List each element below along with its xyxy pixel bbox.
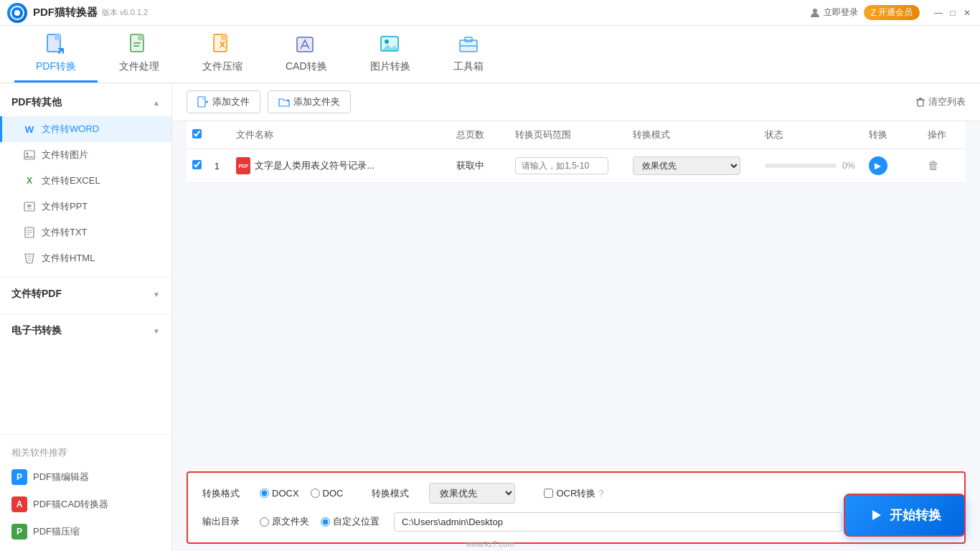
ocr-option[interactable]: OCR转换 ? <box>544 487 603 500</box>
tab-image-convert[interactable]: 图片转换 <box>349 26 432 83</box>
format-doc-option[interactable]: DOC <box>311 488 344 499</box>
select-all-checkbox[interactable] <box>192 129 202 138</box>
sidebar-item-to-image[interactable]: 文件转图片 <box>0 142 171 168</box>
sidebar-section-file-to-pdf: 文件转PDF ▼ <box>0 281 171 308</box>
tab-file-compress[interactable]: 文件压缩 <box>181 26 264 83</box>
play-icon <box>868 507 884 523</box>
sidebar-item-to-word[interactable]: W 文件转WORD <box>0 116 171 142</box>
app-name: PDF猫转换器 <box>33 6 98 19</box>
ocr-help-icon: ? <box>598 488 603 499</box>
row-num-cell: 1 <box>209 149 231 183</box>
add-folder-button[interactable]: 添加文件夹 <box>268 90 351 113</box>
sidebar-section-pdf-to-other-label: PDF转其他 <box>11 96 62 109</box>
sidebar-divider-2 <box>0 314 171 314</box>
tab-toolbox-icon <box>456 32 481 57</box>
html-icon <box>23 252 36 265</box>
col-header-num <box>209 121 231 149</box>
format-doc-radio[interactable] <box>311 489 320 498</box>
output-radio-group: 原文件夹 自定义位置 <box>260 515 380 528</box>
sidebar-recommend-label: 相关软件推荐 <box>0 438 171 463</box>
mode-label: 转换模式 <box>372 487 415 500</box>
tab-cad-convert-icon <box>293 32 319 57</box>
output-row: 输出目录 原文件夹 自定义位置 <box>202 511 950 532</box>
tab-toolbox[interactable]: 工具箱 <box>432 26 505 83</box>
output-original-radio[interactable] <box>260 517 269 527</box>
svg-rect-10 <box>221 34 227 40</box>
titlebar-right: 立即登录 Z 开通会员 — □ ✕ <box>809 5 973 20</box>
sidebar-section-file-to-pdf-header[interactable]: 文件转PDF ▼ <box>0 281 171 308</box>
output-path-input[interactable] <box>394 512 842 532</box>
sidebar-item-to-ppt[interactable]: 文件转PPT <box>0 194 171 220</box>
sidebar-item-to-html[interactable]: 文件转HTML <box>0 245 171 271</box>
output-custom-radio[interactable] <box>321 517 330 527</box>
main-layout: PDF转其他 ▲ W 文件转WORD 文件转图片 X 文件转EXCEL <box>0 83 980 551</box>
sidebar-recommend-pdf-editor[interactable]: P PDF猫编辑器 <box>0 463 171 491</box>
pdf-editor-label: PDF猫编辑器 <box>33 471 89 484</box>
vip-button[interactable]: Z 开通会员 <box>864 5 920 20</box>
row-mode-cell[interactable]: 效果优先 速度优先 高质量 <box>627 149 759 183</box>
maximize-button[interactable]: □ <box>947 7 958 19</box>
ocr-checkbox[interactable] <box>544 489 553 498</box>
delete-button[interactable]: 🗑 <box>928 159 939 171</box>
close-button[interactable]: ✕ <box>961 7 973 19</box>
nav-tabs: PDF转换 文件处理 文件压缩 <box>0 26 980 83</box>
content-area: 添加文件 添加文件夹 清空列表 <box>172 83 980 551</box>
watermark: www.kz7.com <box>466 540 514 548</box>
chevron-up-icon: ▲ <box>153 99 160 107</box>
tab-cad-convert[interactable]: CAD转换 <box>264 26 349 83</box>
mode-select[interactable]: 效果优先 速度优先 高质量 <box>633 156 740 175</box>
row-range-cell[interactable] <box>509 149 627 183</box>
pdf-file-icon: PDF <box>236 157 250 174</box>
sidebar-section-ebook: 电子书转换 ▼ <box>0 317 171 344</box>
titlebar: PDF猫转换器 版本 v6.0.1.2 立即登录 Z 开通会员 — □ ✕ <box>0 0 980 26</box>
add-file-button[interactable]: 添加文件 <box>187 90 260 113</box>
sidebar-divider-3 <box>0 434 171 435</box>
row-action-cell[interactable]: 🗑 <box>922 149 966 183</box>
vip-icon: Z <box>871 8 876 18</box>
clear-list-button[interactable]: 清空列表 <box>915 95 966 108</box>
format-docx-radio[interactable] <box>260 489 269 498</box>
file-name-wrapper: PDF 文字是人类用表义符号记录... <box>236 157 445 174</box>
tab-toolbox-label: 工具箱 <box>453 60 484 73</box>
format-doc-label: DOC <box>323 488 344 499</box>
tab-cad-convert-label: CAD转换 <box>286 60 327 73</box>
sidebar-section-ebook-header[interactable]: 电子书转换 ▼ <box>0 317 171 344</box>
app-logo <box>7 3 27 23</box>
file-table-area: 文件名称 总页数 转换页码范围 转换模式 状态 转换 操作 1 <box>172 121 980 464</box>
format-docx-option[interactable]: DOCX <box>260 488 299 499</box>
output-original-label: 原文件夹 <box>272 515 309 528</box>
table-row: 1 PDF 文字是人类用表义符号记录... 获取中 <box>187 149 966 183</box>
ppt-icon <box>23 200 36 213</box>
row-convert-cell[interactable]: ▶ <box>863 149 922 183</box>
add-file-icon <box>197 96 209 108</box>
row-checkbox[interactable] <box>192 160 202 169</box>
row-pages-cell: 获取中 <box>451 149 509 183</box>
minimize-button[interactable]: — <box>933 7 944 19</box>
svg-point-1 <box>14 10 20 16</box>
sidebar-recommend-cad-converter[interactable]: A PDF猫CAD转换器 <box>0 491 171 518</box>
row-status-cell: 0% <box>759 149 863 183</box>
login-button[interactable]: 立即登录 <box>809 6 858 19</box>
tab-pdf-convert[interactable]: PDF转换 <box>14 26 98 83</box>
output-custom-label: 自定义位置 <box>333 515 380 528</box>
row-checkbox-cell <box>187 149 209 183</box>
play-button[interactable]: ▶ <box>869 156 887 175</box>
tab-file-compress-icon <box>209 32 235 57</box>
start-convert-button[interactable]: 开始转换 <box>844 494 966 537</box>
sidebar-item-to-excel-label: 文件转EXCEL <box>42 174 100 187</box>
page-range-input[interactable] <box>515 157 608 174</box>
image-icon <box>23 149 36 161</box>
start-button-area: 开始转换 <box>844 494 966 537</box>
sidebar-recommend-pdf-compress[interactable]: P PDF猫压缩 <box>0 518 171 545</box>
progress-bar <box>765 164 837 168</box>
output-original-option[interactable]: 原文件夹 <box>260 515 309 528</box>
pdf-compress-label: PDF猫压缩 <box>33 525 80 538</box>
sidebar-item-to-excel[interactable]: X 文件转EXCEL <box>0 168 171 194</box>
convert-mode-select[interactable]: 效果优先 速度优先 高质量 <box>429 483 515 504</box>
sidebar-section-pdf-to-other-header[interactable]: PDF转其他 ▲ <box>0 89 171 116</box>
output-custom-option[interactable]: 自定义位置 <box>321 515 380 528</box>
tab-file-process[interactable]: 文件处理 <box>98 26 181 83</box>
pdf-compress-icon: P <box>11 524 27 540</box>
progress-text: 0% <box>842 161 854 171</box>
sidebar-item-to-txt[interactable]: 文件转TXT <box>0 220 171 245</box>
